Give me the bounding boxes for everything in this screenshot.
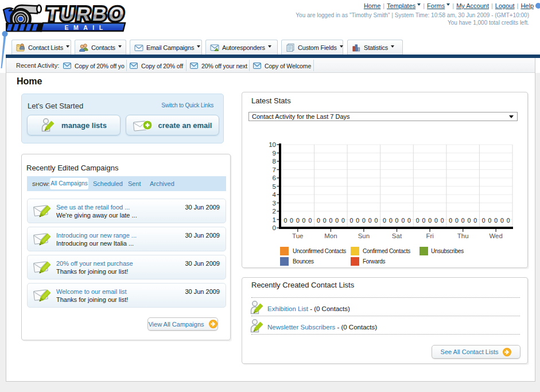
svg-text:2: 2 (273, 208, 276, 215)
svg-text:Tue: Tue (292, 232, 303, 239)
svg-text:0: 0 (455, 217, 459, 224)
svg-text:0: 0 (507, 217, 510, 224)
svg-text:Mon: Mon (324, 232, 337, 239)
svg-text:0: 0 (335, 217, 339, 224)
svg-text:0: 0 (302, 217, 306, 224)
svg-text:0: 0 (407, 217, 411, 224)
svg-text:0: 0 (374, 217, 378, 224)
svg-text:0: 0 (428, 217, 432, 224)
svg-text:6: 6 (273, 174, 276, 181)
svg-text:0: 0 (383, 217, 386, 224)
svg-text:0: 0 (308, 217, 312, 224)
svg-text:0: 0 (473, 217, 477, 224)
svg-text:0: 0 (290, 217, 293, 224)
svg-text:0: 0 (349, 217, 353, 224)
svg-text:0: 0 (329, 217, 332, 224)
svg-text:8: 8 (273, 158, 276, 165)
svg-text:TURBO: TURBO (45, 3, 127, 25)
svg-text:0: 0 (283, 217, 287, 224)
svg-text:0: 0 (500, 217, 504, 224)
svg-text:0: 0 (341, 217, 345, 224)
svg-text:0: 0 (494, 217, 498, 224)
svg-text:Sun: Sun (358, 232, 370, 239)
svg-text:3: 3 (273, 200, 276, 207)
svg-text:0: 0 (389, 217, 393, 224)
svg-text:0: 0 (296, 217, 300, 224)
svg-text:7: 7 (273, 166, 276, 173)
svg-text:0: 0 (395, 217, 399, 224)
svg-text:0: 0 (422, 217, 425, 224)
svg-text:4: 4 (273, 191, 277, 198)
svg-text:Wed: Wed (489, 232, 502, 239)
svg-text:0: 0 (488, 217, 492, 224)
svg-text:1: 1 (273, 216, 276, 223)
svg-text:0: 0 (441, 217, 444, 224)
svg-text:0: 0 (362, 217, 366, 224)
svg-text:0: 0 (356, 217, 359, 224)
svg-text:0: 0 (323, 217, 327, 224)
svg-text:9: 9 (273, 150, 276, 157)
svg-text:Sat: Sat (392, 232, 402, 239)
svg-text:10: 10 (269, 141, 276, 148)
svg-text:0: 0 (317, 217, 320, 224)
svg-text:0: 0 (368, 217, 372, 224)
svg-text:0: 0 (482, 217, 485, 224)
svg-text:0: 0 (273, 224, 276, 231)
svg-text:0: 0 (467, 217, 471, 224)
svg-text:0: 0 (461, 217, 465, 224)
svg-text:0: 0 (401, 217, 405, 224)
svg-text:0: 0 (449, 217, 452, 224)
svg-text:0: 0 (416, 217, 419, 224)
svg-text:0: 0 (434, 217, 438, 224)
svg-text:5: 5 (273, 183, 276, 190)
svg-text:Fri: Fri (426, 232, 433, 239)
svg-text:Thu: Thu (457, 232, 469, 239)
